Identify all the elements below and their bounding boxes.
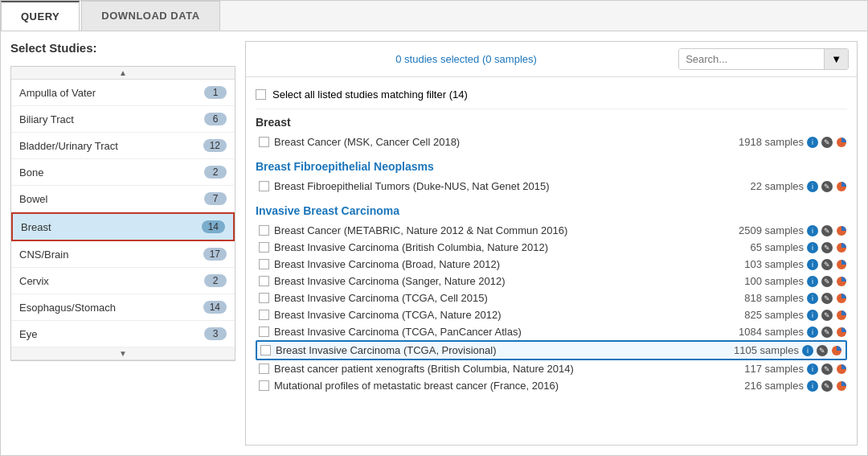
pie-icon [836, 380, 847, 392]
study-item: Breast Invasive Carcinoma (Sanger, Natur… [256, 273, 847, 290]
study-checkbox[interactable] [259, 137, 269, 147]
pie-icon [836, 259, 847, 270]
study-item-provisional: Breast Invasive Carcinoma (TCGA, Provisi… [256, 340, 847, 360]
left-item-bone[interactable]: Bone 2 [11, 159, 235, 186]
study-checkbox[interactable] [260, 345, 271, 355]
tab-bar: QUERY DOWNLOAD DATA [1, 1, 867, 31]
tab-download[interactable]: DOWNLOAD DATA [81, 1, 219, 31]
study-item: Breast cancer patient xenografts (Britis… [256, 360, 847, 377]
pie-icon [836, 364, 847, 375]
info-icon[interactable]: i [807, 364, 818, 375]
study-item: Mutational profiles of metastatic breast… [256, 377, 847, 394]
info-icon[interactable]: i [807, 380, 818, 392]
study-checkbox[interactable] [259, 276, 269, 286]
pie-icon [836, 276, 847, 287]
group-title-invasive[interactable]: Invasive Breast Carcinoma [256, 204, 847, 217]
right-header: 0 studies selected (0 samples) ▼ [246, 42, 857, 77]
edit-icon[interactable]: ✎ [821, 364, 833, 375]
pie-icon [836, 327, 847, 338]
info-icon[interactable]: i [807, 259, 818, 270]
study-item: Breast Cancer (METABRIC, Nature 2012 & N… [256, 222, 847, 239]
left-item-biliary[interactable]: Biliary Tract 6 [11, 106, 235, 133]
pie-icon [836, 225, 847, 236]
study-checkbox[interactable] [259, 242, 269, 253]
info-icon[interactable]: i [807, 242, 818, 253]
group-title-fibroepithelial[interactable]: Breast Fibroepithelial Neoplasms [256, 160, 847, 173]
studies-selected-text: 0 studies selected (0 samples) [254, 53, 678, 65]
info-icon[interactable]: i [807, 137, 818, 148]
pie-icon [836, 310, 847, 321]
select-all-text: Select all listed studies matching filte… [272, 88, 468, 101]
info-icon[interactable]: i [807, 327, 818, 338]
left-item-eye[interactable]: Eye 3 [11, 321, 235, 347]
study-item: Breast Invasive Carcinoma (TCGA, Nature … [256, 306, 847, 323]
study-checkbox[interactable] [259, 259, 269, 269]
info-icon[interactable]: i [807, 225, 818, 236]
select-all-row: Select all listed studies matching filte… [256, 84, 847, 109]
study-group-invasive: Invasive Breast Carcinoma Breast Cancer … [256, 204, 847, 394]
study-item: Breast Cancer (MSK, Cancer Cell 2018) 19… [256, 134, 847, 150]
study-item: Breast Invasive Carcinoma (British Colum… [256, 239, 847, 256]
edit-icon[interactable]: ✎ [821, 293, 833, 304]
main-content: Select Studies: ▲ Ampulla of Vater 1 Bil… [1, 31, 867, 455]
pie-icon [836, 293, 847, 304]
pie-icon [836, 181, 847, 192]
left-item-cervix[interactable]: Cervix 2 [11, 268, 235, 294]
edit-icon[interactable]: ✎ [821, 225, 833, 236]
edit-icon[interactable]: ✎ [821, 310, 833, 321]
select-studies-label: Select Studies: [10, 41, 235, 61]
left-panel: ▲ Ampulla of Vater 1 Biliary Tract 6 Bla… [10, 66, 235, 361]
pie-icon [836, 242, 847, 253]
edit-icon[interactable]: ✎ [817, 345, 828, 356]
study-checkbox[interactable] [259, 181, 269, 191]
study-item: Breast Fibroepithelial Tumors (Duke-NUS,… [256, 178, 847, 195]
pie-icon [831, 345, 842, 356]
pie-icon [836, 137, 847, 148]
right-panel: 0 studies selected (0 samples) ▼ Select … [245, 41, 858, 446]
edit-icon[interactable]: ✎ [821, 259, 833, 270]
study-checkbox[interactable] [259, 364, 269, 374]
left-item-ampulla[interactable]: Ampulla of Vater 1 [11, 80, 235, 106]
study-group-breast-plain: Breast Breast Cancer (MSK, Cancer Cell 2… [256, 116, 847, 150]
scroll-up-arrow[interactable]: ▲ [11, 67, 235, 80]
study-item: Breast Invasive Carcinoma (TCGA, Cell 20… [256, 290, 847, 306]
study-group-fibroepithelial: Breast Fibroepithelial Neoplasms Breast … [256, 160, 847, 195]
edit-icon[interactable]: ✎ [821, 276, 833, 287]
study-checkbox[interactable] [259, 380, 269, 391]
edit-icon[interactable]: ✎ [821, 327, 833, 338]
study-checkbox[interactable] [259, 293, 269, 303]
scroll-down-arrow[interactable]: ▼ [11, 347, 235, 360]
search-dropdown-button[interactable]: ▼ [824, 49, 848, 69]
app-container: QUERY DOWNLOAD DATA Select Studies: ▲ Am… [0, 0, 868, 456]
info-icon[interactable]: i [807, 276, 818, 287]
study-checkbox[interactable] [259, 327, 269, 337]
study-item: Breast Invasive Carcinoma (TCGA, PanCanc… [256, 323, 847, 340]
edit-icon[interactable]: ✎ [821, 242, 833, 253]
info-icon[interactable]: i [802, 345, 813, 356]
right-content: Select all listed studies matching filte… [246, 77, 857, 445]
category-list: Ampulla of Vater 1 Biliary Tract 6 Bladd… [11, 80, 235, 347]
search-input[interactable] [679, 49, 824, 69]
edit-icon[interactable]: ✎ [821, 380, 833, 392]
left-item-cns[interactable]: CNS/Brain 17 [11, 241, 235, 268]
group-title-breast: Breast [256, 116, 847, 129]
select-all-checkbox[interactable] [256, 89, 266, 100]
study-checkbox[interactable] [259, 225, 269, 236]
left-item-esophagus[interactable]: Esophagus/Stomach 14 [11, 294, 235, 321]
edit-icon[interactable]: ✎ [821, 137, 833, 148]
left-item-breast[interactable]: Breast 14 [11, 212, 235, 241]
edit-icon[interactable]: ✎ [821, 181, 833, 192]
study-item: Breast Invasive Carcinoma (Broad, Nature… [256, 256, 847, 273]
search-container: ▼ [678, 48, 849, 70]
study-checkbox[interactable] [259, 310, 269, 320]
tab-query[interactable]: QUERY [1, 1, 80, 31]
info-icon[interactable]: i [807, 293, 818, 304]
info-icon[interactable]: i [807, 310, 818, 321]
left-item-bladder[interactable]: Bladder/Urinary Tract 12 [11, 133, 235, 159]
left-item-bowel[interactable]: Bowel 7 [11, 186, 235, 212]
info-icon[interactable]: i [807, 181, 818, 192]
